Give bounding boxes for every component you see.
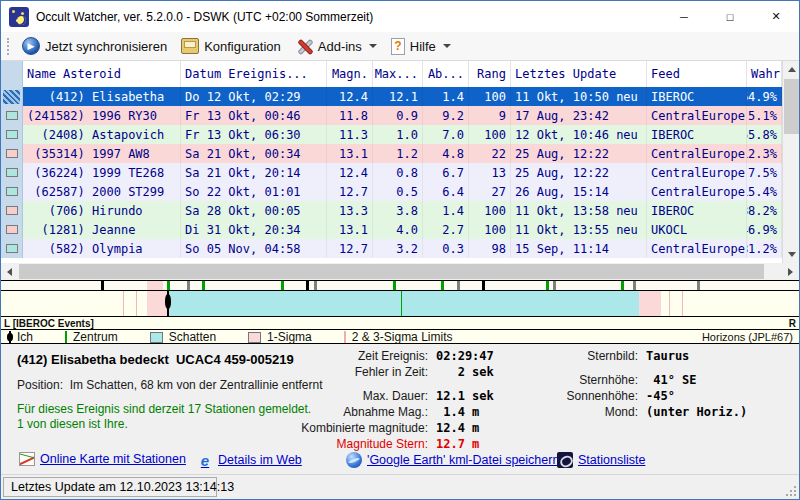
cell-rang: 100: [469, 87, 511, 106]
band-line: [136, 291, 137, 316]
row-status-icon: [1, 163, 23, 182]
col-header-max[interactable]: Max...: [373, 61, 423, 87]
links-row: Online Karte mit Stationen e Details im …: [1, 448, 799, 474]
ruler-event-tick: [441, 281, 444, 290]
cell-update: 11 Okt, 10:50 neu: [511, 87, 647, 106]
col-header-feed[interactable]: Feed: [647, 61, 747, 87]
cell-rang: 100: [469, 201, 511, 220]
cell-name: (412) Elisabetha: [23, 87, 181, 106]
sync-button[interactable]: ▶ Jetzt synchronisieren: [15, 34, 174, 58]
field-label: Mond:: [546, 405, 646, 420]
ruler-event-tick: [633, 281, 636, 290]
web-details-link[interactable]: e Details im Web: [197, 452, 302, 468]
cell-rang: 9: [469, 106, 511, 125]
cell-ab: 4.8: [423, 144, 469, 163]
cell-wahr: 7.5%: [747, 163, 782, 182]
legend-me: Ich: [9, 330, 33, 344]
table-row[interactable]: (706) HirundoSa 28 Okt, 00:0513.33.81.41…: [1, 201, 799, 220]
minimize-button[interactable]: ─: [661, 1, 707, 32]
table-row[interactable]: (35314) 1997 AW8Sa 21 Okt, 00:3413.11.24…: [1, 144, 799, 163]
band-segment: [1, 291, 147, 316]
cell-rang: 98: [469, 239, 511, 258]
chevron-down-icon: [369, 44, 377, 48]
online-map-link[interactable]: Online Karte mit Stationen: [19, 452, 186, 466]
cell-max: 0.5: [373, 182, 423, 201]
stations-yours-line: 1 von diesen ist Ihre.: [17, 417, 128, 431]
table-row[interactable]: (1281) JeanneDi 31 Okt, 20:3413.14.02.71…: [1, 220, 799, 239]
cell-name: (1281) Jeanne: [23, 220, 181, 239]
scroll-right-button[interactable]: [782, 263, 799, 280]
google-earth-kml-link[interactable]: 'Google Earth' kml-Datei speichern: [346, 452, 559, 468]
field-label: Max. Dauer:: [186, 389, 436, 404]
cell-ab: 2.7: [423, 220, 469, 239]
station-list-link[interactable]: Stationsliste: [557, 452, 645, 468]
timeline-right-label: R: [789, 318, 796, 329]
table-row[interactable]: (62587) 2000 ST299So 22 Okt, 01:0112.70.…: [1, 182, 799, 201]
cell-magn: 12.7: [327, 239, 373, 258]
cell-ab: 0.3: [423, 239, 469, 258]
cell-datum: So 22 Okt, 01:01: [181, 182, 327, 201]
row-status-icon: [1, 125, 23, 144]
cell-wahr: 12.3%: [747, 144, 782, 163]
scroll-up-button[interactable]: [783, 61, 800, 78]
ruler-event-tick: [187, 281, 190, 290]
field-value: 12.1 sek: [436, 389, 494, 404]
scroll-down-button[interactable]: [783, 246, 800, 263]
google-earth-icon: [346, 452, 362, 468]
event-marker-icon: [6, 206, 18, 215]
ruler-event-tick: [457, 281, 460, 290]
maximize-button[interactable]: □: [707, 1, 753, 32]
table-row[interactable]: (412) ElisabethaDo 12 Okt, 02:2912.412.1…: [1, 87, 799, 106]
app-icon: [9, 7, 29, 27]
field-value: 02:29:47: [436, 349, 494, 364]
field-abnahme-mag: Abnahme Mag.: 1.4 m: [186, 405, 516, 420]
field-label: Kombinierte magnitude:: [186, 421, 436, 436]
cell-datum: Sa 28 Okt, 00:05: [181, 201, 327, 220]
cell-datum: Di 31 Okt, 20:34: [181, 220, 327, 239]
table-row[interactable]: (582) OlympiaSo 05 Nov, 04:5812.73.20.39…: [1, 239, 799, 258]
me-marker-icon: [9, 331, 11, 344]
cell-ab: 1.4: [423, 87, 469, 106]
cell-ab: 9.2: [423, 106, 469, 125]
cell-ab: 6.7: [423, 163, 469, 182]
ruler-event-tick: [202, 281, 205, 290]
cell-wahr: 64.9%: [747, 87, 782, 106]
event-marker-icon: [6, 168, 18, 177]
table-vertical-scrollbar[interactable]: [782, 61, 799, 263]
field-label: Sternbild:: [546, 349, 646, 364]
row-status-icon: [1, 220, 23, 239]
col-header-update[interactable]: Letztes Update: [511, 61, 647, 87]
timeline-ruler[interactable]: [1, 281, 799, 291]
legend-sigma1: 1-Sigma: [248, 330, 312, 344]
col-header-name[interactable]: Name Asteroid: [23, 61, 181, 87]
table-row[interactable]: (2408) AstapovichFr 13 Okt, 06:3011.31.0…: [1, 125, 799, 144]
legend-sigma1-label: 1-Sigma: [267, 330, 312, 344]
cell-magn: 12.7: [327, 182, 373, 201]
row-status-icon: [1, 239, 23, 258]
help-button[interactable]: ? Hilfe: [384, 35, 458, 58]
col-header-magn[interactable]: Magn.: [327, 61, 373, 87]
scroll-left-button[interactable]: [1, 263, 18, 280]
timeline-band[interactable]: [1, 291, 799, 317]
addins-button[interactable]: Add-ins: [288, 34, 384, 58]
band-segment: [639, 291, 661, 316]
cell-name: (36224) 1999 TE268: [23, 163, 181, 182]
configuration-button[interactable]: Konfiguration: [174, 35, 288, 57]
col-header-wahr[interactable]: Wahr.: [747, 61, 782, 87]
col-header-rang[interactable]: Rang: [469, 61, 511, 87]
field-sonnenhoehe: Sonnenhöhe: -45°: [546, 389, 796, 404]
cell-ab: 6.4: [423, 182, 469, 201]
table-row[interactable]: (36224) 1999 TE268Sa 21 Okt, 20:1412.40.…: [1, 163, 799, 182]
close-button[interactable]: ✕: [753, 1, 799, 32]
horizontal-scroll-thumb[interactable]: [19, 264, 764, 279]
vertical-scroll-thumb[interactable]: [784, 79, 799, 134]
col-header-ab[interactable]: Ab...: [423, 61, 469, 87]
timeline-horizontal-scrollbar[interactable]: [1, 263, 799, 280]
resize-grip[interactable]: [785, 485, 797, 497]
cell-rang: 100: [469, 125, 511, 144]
ruler-event-tick: [393, 281, 396, 290]
cell-update: 11 Okt, 13:58 neu: [511, 201, 647, 220]
tools-icon: [295, 37, 313, 55]
table-row[interactable]: (241582) 1996 RY30Fr 13 Okt, 00:4611.80.…: [1, 106, 799, 125]
col-header-datum[interactable]: Datum Ereignis...: [181, 61, 327, 87]
